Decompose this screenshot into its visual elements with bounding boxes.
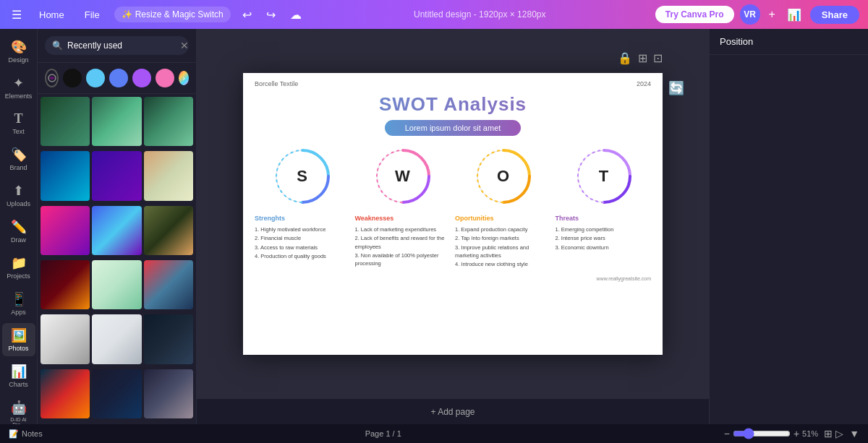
swot-circle-s: S bbox=[273, 147, 331, 205]
canvas-wrapper: 🔒 ⊞ ⊡ Borcelle Textile 2024 SWOT Analysi… bbox=[197, 29, 709, 398]
strengths-list: 1. Highly motivated workforce 2. Financi… bbox=[255, 225, 351, 260]
list-item: 2. Tap Into foreign markets bbox=[455, 234, 551, 242]
custom-color-button[interactable] bbox=[45, 69, 59, 87]
present-button[interactable]: ▷ bbox=[835, 428, 843, 439]
grid-view-button[interactable]: ⊞ bbox=[824, 428, 833, 439]
photo-grid bbox=[38, 94, 196, 424]
photo-thumb[interactable] bbox=[41, 369, 90, 418]
photo-thumb[interactable] bbox=[144, 260, 193, 309]
swatch-blue[interactable] bbox=[109, 69, 128, 87]
photo-thumb[interactable] bbox=[92, 206, 141, 255]
cloud-save-button[interactable]: ☁ bbox=[287, 7, 305, 23]
sidebar-item-elements[interactable]: ✦ Elements bbox=[2, 71, 35, 104]
sidebar-item-design[interactable]: 🎨 Design bbox=[2, 35, 35, 68]
view-buttons: ⊞ ▷ bbox=[824, 428, 843, 439]
photo-thumb[interactable] bbox=[92, 369, 141, 418]
canvas-title: SWOT Analysis bbox=[243, 90, 663, 120]
redo-button[interactable]: ↪ bbox=[263, 7, 278, 23]
photo-panel: 🔍 ✕ › bbox=[38, 29, 197, 424]
file-button[interactable]: File bbox=[79, 7, 106, 23]
website-url: www.reallygreatsite.com bbox=[597, 276, 651, 281]
swot-weaknesses-col: Weaknesses 1. Lack of marketing expendit… bbox=[355, 214, 451, 270]
more-colors-button[interactable]: › bbox=[179, 71, 189, 85]
strengths-title: Strenghts bbox=[255, 214, 351, 224]
sidebar-item-text[interactable]: T Text bbox=[2, 107, 35, 139]
clear-search-button[interactable]: ✕ bbox=[180, 40, 189, 51]
copy-icon[interactable]: ⊞ bbox=[638, 51, 647, 65]
photo-thumb[interactable] bbox=[144, 97, 193, 146]
swot-letter-s: S bbox=[297, 167, 307, 186]
status-right: − + 51% ⊞ ▷ ▼ bbox=[724, 428, 859, 439]
home-button[interactable]: Home bbox=[33, 7, 70, 23]
photo-thumb[interactable] bbox=[41, 206, 90, 255]
swatch-light-blue[interactable] bbox=[86, 69, 105, 87]
analytics-button[interactable]: 📊 bbox=[784, 7, 804, 23]
sidebar-item-apps[interactable]: 📱 Apps bbox=[2, 287, 35, 320]
add-collaborator-button[interactable]: + bbox=[766, 7, 778, 22]
list-item: 1. Highly motivated workforce bbox=[255, 225, 351, 233]
photo-thumb[interactable] bbox=[144, 206, 193, 255]
weaknesses-list: 1. Lack of marketing expenditures 2. Lac… bbox=[355, 225, 451, 267]
photo-thumb[interactable] bbox=[92, 314, 141, 364]
zoom-slider[interactable] bbox=[733, 428, 791, 439]
photo-thumb[interactable] bbox=[41, 314, 90, 364]
position-panel-title: Position bbox=[710, 29, 868, 55]
hide-panel-button[interactable]: ▼ bbox=[849, 428, 859, 439]
ai-icon: 🤖 bbox=[11, 400, 27, 416]
zoom-in-button[interactable]: + bbox=[793, 428, 799, 439]
page-indicator: Page 1 / 1 bbox=[365, 429, 401, 438]
photo-thumb[interactable] bbox=[144, 369, 193, 418]
design-canvas[interactable]: Borcelle Textile 2024 SWOT Analysis Lore… bbox=[243, 73, 663, 355]
try-pro-button[interactable]: Try Canva Pro bbox=[655, 6, 734, 23]
swot-letter-w: W bbox=[395, 167, 410, 186]
photo-thumb[interactable] bbox=[92, 151, 141, 200]
topbar-right-actions: Try Canva Pro VR + 📊 Share bbox=[655, 4, 859, 25]
swatch-purple[interactable] bbox=[132, 69, 151, 87]
color-swatches: › bbox=[38, 63, 196, 94]
photo-thumb[interactable] bbox=[92, 97, 141, 146]
photo-thumb[interactable] bbox=[144, 314, 193, 364]
search-input[interactable] bbox=[67, 40, 176, 51]
share-button[interactable]: Share bbox=[810, 6, 859, 24]
photo-thumb[interactable] bbox=[41, 151, 90, 200]
sidebar-item-uploads[interactable]: ⬆ Uploads bbox=[2, 179, 35, 212]
topbar: ☰ Home File ✨ Resize & Magic Switch ↩ ↪ … bbox=[0, 0, 868, 29]
uploads-icon: ⬆ bbox=[13, 183, 24, 199]
photo-thumb[interactable] bbox=[41, 97, 90, 146]
export-icon[interactable]: ⊡ bbox=[653, 51, 663, 65]
menu-button[interactable]: ☰ bbox=[9, 7, 25, 23]
add-page-bar[interactable]: + Add page bbox=[197, 398, 709, 424]
ai-generate-icon[interactable]: 🔄 bbox=[668, 80, 684, 96]
magic-icon: ✨ bbox=[122, 9, 132, 20]
photo-thumb[interactable] bbox=[41, 260, 90, 309]
sidebar-item-ai[interactable]: 🤖 D-ID AI Pre... bbox=[2, 395, 35, 424]
photo-thumb[interactable] bbox=[144, 151, 193, 200]
list-item: 3. Improve public relations and marketin… bbox=[455, 244, 551, 260]
canvas-header: Borcelle Textile 2024 bbox=[243, 73, 663, 90]
swatch-black[interactable] bbox=[63, 69, 82, 87]
sidebar-item-draw[interactable]: ✏️ Draw bbox=[2, 215, 35, 248]
photo-thumb[interactable] bbox=[92, 260, 141, 309]
panel-search-area: 🔍 ✕ bbox=[38, 29, 196, 63]
zoom-out-button[interactable]: − bbox=[724, 428, 730, 439]
zoom-level: 51% bbox=[802, 429, 818, 438]
sidebar-item-projects[interactable]: 📁 Projects bbox=[2, 251, 35, 284]
sidebar-item-brand[interactable]: 🏷️ Brand bbox=[2, 142, 35, 176]
resize-magic-button[interactable]: ✨ Resize & Magic Switch bbox=[114, 7, 231, 22]
left-sidebar: 🎨 Design ✦ Elements T Text 🏷️ Brand ⬆ Up… bbox=[0, 29, 38, 424]
swot-threats-col: Threats 1. Emerging competition 2. Inten… bbox=[556, 214, 652, 270]
swot-item-t: T bbox=[556, 147, 651, 205]
main-area: 🎨 Design ✦ Elements T Text 🏷️ Brand ⬆ Up… bbox=[0, 29, 868, 424]
notes-button[interactable]: 📝 Notes bbox=[9, 429, 43, 439]
sidebar-item-photos[interactable]: 🖼️ Photos bbox=[2, 323, 35, 356]
text-icon: T bbox=[14, 111, 22, 126]
canvas-subtitle: Lorem ipsum dolor sit amet bbox=[385, 120, 522, 136]
undo-button[interactable]: ↩ bbox=[239, 7, 255, 23]
swatch-pink[interactable] bbox=[156, 69, 174, 87]
canvas-container: 🔒 ⊞ ⊡ Borcelle Textile 2024 SWOT Analysi… bbox=[243, 73, 663, 355]
list-item: 3. Access to raw materials bbox=[255, 244, 351, 251]
avatar[interactable]: VR bbox=[740, 4, 760, 25]
charts-icon: 📊 bbox=[11, 364, 27, 379]
sidebar-item-charts[interactable]: 📊 Charts bbox=[2, 359, 35, 392]
lock-icon[interactable]: 🔒 bbox=[618, 51, 632, 65]
